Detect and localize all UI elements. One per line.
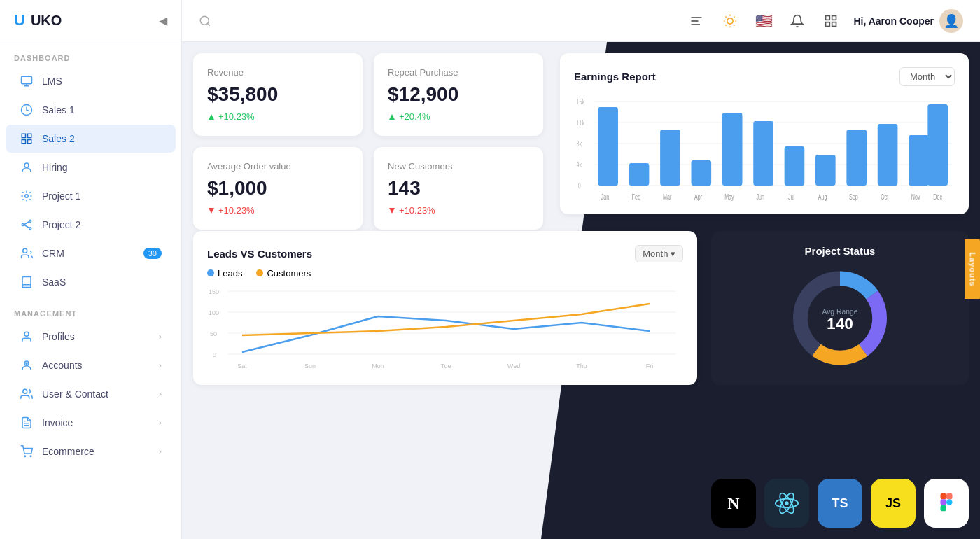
tech-typescript: TS xyxy=(818,479,862,528)
svg-text:Mon: Mon xyxy=(372,363,384,370)
svg-rect-52 xyxy=(598,107,618,186)
svg-text:50: 50 xyxy=(210,330,217,337)
stat-card-customers: New Customers 143 +10.23% xyxy=(374,147,543,230)
layouts-button[interactable]: Layouts xyxy=(964,239,980,299)
sidebar-item-hiring[interactable]: Hiring xyxy=(6,153,176,181)
aov-label: Average Order value xyxy=(207,161,349,172)
down-arrow-icon2 xyxy=(388,206,396,215)
svg-text:Sep: Sep xyxy=(849,193,858,201)
down-arrow-icon xyxy=(207,206,216,215)
sidebar-item-accounts[interactable]: Accounts › xyxy=(6,351,176,379)
sidebar-collapse-button[interactable]: ◀ xyxy=(159,14,167,27)
earnings-month-select[interactable]: Month Week Year xyxy=(899,67,955,86)
sidebar-item-lms[interactable]: LMS xyxy=(6,67,176,95)
sidebar-item-crm[interactable]: CRM 30 xyxy=(6,239,176,267)
stat-card-aov: Average Order value $1,000 +10.23% xyxy=(193,147,363,230)
svg-text:Mar: Mar xyxy=(663,193,671,201)
tech-icons-row: N TS JS xyxy=(711,479,969,528)
svg-text:Jan: Jan xyxy=(601,193,610,201)
svg-rect-58 xyxy=(785,146,805,186)
svg-rect-60 xyxy=(846,130,867,186)
svg-rect-101 xyxy=(940,493,946,500)
leads-month-btn[interactable]: Month ▾ xyxy=(635,245,683,262)
svg-point-29 xyxy=(727,18,733,23)
svg-rect-39 xyxy=(832,15,836,20)
svg-line-25 xyxy=(207,23,209,25)
sidebar-item-sales1[interactable]: Sales 1 xyxy=(6,96,176,124)
sidebar-item-user-contact[interactable]: User & Contact › xyxy=(6,380,176,408)
svg-line-37 xyxy=(734,16,735,17)
profiles-icon xyxy=(20,330,34,344)
sidebar-item-project2[interactable]: Project 2 xyxy=(6,211,176,239)
svg-rect-53 xyxy=(629,163,650,186)
customers-change-value: +10.23% xyxy=(399,205,435,216)
lms-icon xyxy=(20,74,34,88)
earnings-title: Earnings Report xyxy=(574,71,656,83)
revenue-label: Revenue xyxy=(207,67,349,78)
sidebar-item-project1[interactable]: Project 1 xyxy=(6,182,176,210)
sidebar-item-sales2[interactable]: Sales 2 xyxy=(6,125,176,153)
sidebar-label-user-contact: User & Contact xyxy=(42,388,108,400)
revenue-change-value: +10.23% xyxy=(218,111,255,122)
sidebar-item-saas[interactable]: SaaS xyxy=(6,268,176,296)
svg-text:May: May xyxy=(724,193,734,201)
leads-svg: 150 100 50 0 Sat Sun Mon Tue Wed xyxy=(207,284,683,375)
svg-text:140: 140 xyxy=(827,314,853,332)
sidebar-item-invoice[interactable]: Invoice › xyxy=(6,409,176,437)
content-area: Revenue $35,800 +10.23% Repeat Purchase … xyxy=(182,42,980,539)
bell-icon[interactable] xyxy=(786,10,808,32)
svg-rect-6 xyxy=(22,140,25,144)
svg-point-16 xyxy=(24,332,29,336)
search-icon xyxy=(199,15,211,27)
tech-react xyxy=(764,479,809,528)
profiles-arrow: › xyxy=(159,332,162,342)
sidebar-logo: U UKO ◀ xyxy=(0,0,181,41)
invoice-arrow: › xyxy=(159,418,162,428)
svg-text:8k: 8k xyxy=(577,140,582,148)
svg-text:Wed: Wed xyxy=(507,363,520,370)
section-label-management: MANAGEMENT xyxy=(0,297,181,322)
svg-text:Fri: Fri xyxy=(646,363,654,370)
greeting-text: Hi, Aaron Cooper xyxy=(853,15,934,27)
flag-icon[interactable]: 🇺🇸 xyxy=(752,10,775,32)
user-contact-icon xyxy=(20,387,34,401)
accounts-arrow: › xyxy=(159,360,162,370)
topbar: 🇺🇸 Hi, Aaron Cooper 👤 xyxy=(182,0,980,42)
svg-text:Apr: Apr xyxy=(694,193,702,201)
crm-icon xyxy=(20,246,34,260)
sidebar-item-ecommerce[interactable]: Ecommerce › xyxy=(6,438,176,465)
earnings-svg: 15k 11k 8k 4k 0 xyxy=(574,94,955,206)
svg-point-105 xyxy=(946,499,953,505)
revenue-change: +10.23% xyxy=(207,111,349,122)
svg-point-12 xyxy=(29,227,31,230)
ecommerce-icon xyxy=(20,444,34,458)
svg-rect-0 xyxy=(22,76,32,84)
svg-rect-40 xyxy=(826,22,830,26)
aov-value: $1,000 xyxy=(207,177,349,200)
svg-rect-102 xyxy=(946,493,953,500)
menu-icon[interactable] xyxy=(685,10,708,32)
svg-rect-62 xyxy=(909,135,929,186)
svg-rect-41 xyxy=(832,22,836,26)
sun-icon[interactable] xyxy=(719,10,741,32)
leads-legend: Leads Customers xyxy=(207,268,683,279)
svg-rect-59 xyxy=(816,155,836,186)
svg-point-11 xyxy=(29,220,31,222)
tech-nextjs: N xyxy=(711,479,756,528)
svg-line-14 xyxy=(24,225,29,228)
svg-point-24 xyxy=(200,16,209,24)
svg-text:100: 100 xyxy=(209,309,219,316)
sidebar-section-dashboard: DASHBOARD LMS Sales 1 Sales 2 Hiring xyxy=(0,41,181,297)
svg-rect-54 xyxy=(660,130,680,186)
svg-rect-63 xyxy=(927,104,948,186)
project-status-card: Project Status Avg Range 140 xyxy=(711,231,969,385)
revenue-value: $35,800 xyxy=(207,83,349,106)
sidebar-section-management: MANAGEMENT Profiles › Accounts › User & … xyxy=(0,297,181,466)
svg-text:Feb: Feb xyxy=(632,193,640,201)
svg-text:Oct: Oct xyxy=(881,193,889,201)
search-wrap xyxy=(199,15,674,27)
grid-icon[interactable] xyxy=(820,10,842,32)
sidebar-item-profiles[interactable]: Profiles › xyxy=(6,323,176,351)
repeat-change-value: +20.4% xyxy=(399,111,430,122)
svg-text:Jul: Jul xyxy=(788,193,794,201)
